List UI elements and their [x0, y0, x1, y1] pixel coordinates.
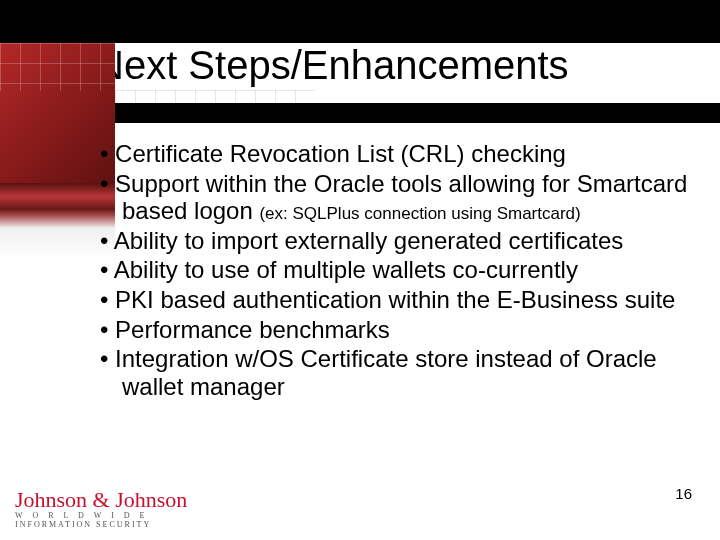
- list-item: Ability to import externally generated c…: [100, 227, 695, 255]
- brand-line2: INFORMATION SECURITY: [15, 520, 151, 529]
- brand-line1: W O R L D W I D E: [15, 511, 148, 520]
- list-item: Integration w/OS Certificate store inste…: [100, 345, 695, 400]
- bullet-text: Ability to use of multiple wallets co-cu…: [114, 256, 578, 283]
- brand-script: Johnson & Johnson: [15, 489, 195, 511]
- bullet-text: Performance benchmarks: [115, 316, 390, 343]
- bullet-text: Ability to import externally generated c…: [114, 227, 624, 254]
- brand-subtitle: W O R L D W I D E INFORMATION SECURITY: [15, 512, 195, 530]
- bullet-text: PKI based authentication within the E-Bu…: [115, 286, 675, 313]
- footer-logo: Johnson & Johnson W O R L D W I D E INFO…: [15, 489, 195, 530]
- bullet-text: Integration w/OS Certificate store inste…: [115, 345, 657, 400]
- left-graphic: [0, 43, 115, 258]
- grid-decoration: [115, 90, 315, 103]
- divider-bar: [115, 103, 720, 123]
- top-black-banner: [0, 0, 720, 43]
- bullet-subtext: (ex: SQLPlus connection using Smartcard): [259, 204, 580, 223]
- slide-title: Next Steps/Enhancements: [95, 43, 569, 88]
- bullet-list: Certificate Revocation List (CRL) checki…: [100, 140, 695, 402]
- list-item: PKI based authentication within the E-Bu…: [100, 286, 695, 314]
- bullet-text: Certificate Revocation List (CRL) checki…: [115, 140, 566, 167]
- list-item: Ability to use of multiple wallets co-cu…: [100, 256, 695, 284]
- list-item: Certificate Revocation List (CRL) checki…: [100, 140, 695, 168]
- page-number: 16: [675, 485, 692, 502]
- list-item: Support within the Oracle tools allowing…: [100, 170, 695, 225]
- list-item: Performance benchmarks: [100, 316, 695, 344]
